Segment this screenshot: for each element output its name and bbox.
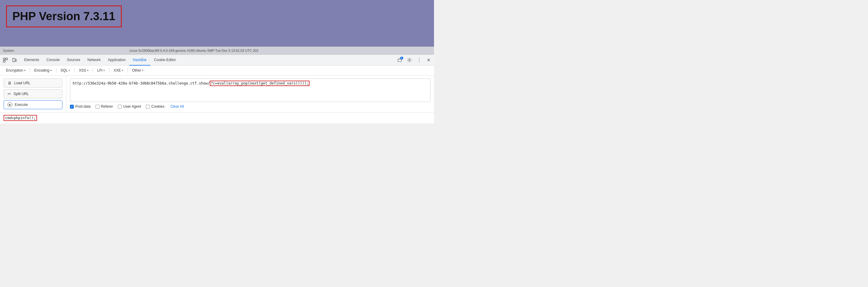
- tab-sources[interactable]: Sources: [63, 55, 84, 66]
- sep6: [127, 68, 128, 73]
- clear-all-button[interactable]: Clear All: [170, 104, 184, 109]
- post-data-checkbox[interactable]: [70, 105, 74, 109]
- lfi-chevron: ▾: [103, 69, 105, 72]
- cmd-highlighted-text: cmd=phpinfo();: [4, 115, 37, 121]
- more-options-icon[interactable]: ⋮: [415, 56, 423, 64]
- page-area: PHP Version 7.3.11: [0, 0, 434, 47]
- other-dropdown[interactable]: Other ▾: [130, 67, 146, 73]
- encryption-dropdown[interactable]: Encryption ▾: [4, 67, 28, 73]
- tab-bar-right: 1 ⋮ ✕: [396, 56, 433, 64]
- bottom-input-area: cmd=phpinfo();: [0, 112, 434, 123]
- lfi-dropdown[interactable]: LFI ▾: [95, 67, 107, 73]
- referer-checkbox[interactable]: [96, 105, 99, 109]
- tab-console[interactable]: Console: [43, 55, 63, 66]
- encryption-chevron: ▾: [24, 69, 26, 72]
- notification-badge: 1: [400, 57, 403, 60]
- hackbar-left-panel: 🖥 Load URL ✂ Split URL ▶ Execute: [0, 75, 66, 112]
- other-chevron: ▾: [142, 69, 144, 72]
- sep5: [109, 68, 110, 73]
- url-highlighted-part: ?c=eval(array_pop(next(get_defined_vars(…: [210, 81, 310, 86]
- checkbox-row: Post data Referer User Agent Cookies Cle…: [70, 104, 430, 109]
- sql-dropdown[interactable]: SQL ▾: [58, 67, 73, 73]
- cookies-checkbox[interactable]: [146, 105, 150, 109]
- url-normal-part: http://536e324a-9b50-420a-b74b-3d68c8475…: [73, 81, 210, 85]
- user-agent-checkbox[interactable]: [118, 105, 122, 109]
- tab-application[interactable]: Application: [104, 55, 129, 66]
- device-toolbar-icon[interactable]: [10, 56, 19, 64]
- load-url-button[interactable]: 🖥 Load URL: [4, 78, 62, 87]
- xxe-dropdown[interactable]: XXE ▾: [111, 67, 126, 73]
- svg-rect-0: [3, 58, 5, 60]
- url-input-area[interactable]: http://536e324a-9b50-420a-b74b-3d68c8475…: [70, 78, 430, 102]
- split-url-icon: ✂: [7, 92, 11, 96]
- tab-cookie-editor[interactable]: Cookie-Editor: [150, 55, 180, 66]
- devtools-panel: Elements Console Sources Network Applica…: [0, 55, 434, 123]
- xss-chevron: ▾: [87, 69, 89, 72]
- partial-row: System Linux 5c2900bac90f 5.4.0-169-gene…: [0, 47, 434, 55]
- page-title-box: PHP Version 7.3.11: [6, 5, 122, 27]
- encoding-chevron: ▾: [50, 69, 52, 72]
- partial-row-left: System: [3, 49, 130, 52]
- execute-icon: ▶: [7, 102, 12, 107]
- svg-rect-3: [13, 58, 15, 62]
- partial-row-right: Linux 5c2900bac90f 5.4.0-169-generic #18…: [130, 49, 431, 52]
- settings-icon[interactable]: [405, 56, 413, 64]
- post-data-checkbox-item[interactable]: Post data: [70, 104, 91, 109]
- encoding-dropdown[interactable]: Encoding ▾: [32, 67, 54, 73]
- bottom-input-display: cmd=phpinfo();: [4, 115, 430, 121]
- sep2: [56, 68, 56, 73]
- cookies-checkbox-item[interactable]: Cookies: [146, 104, 164, 109]
- close-devtools-icon[interactable]: ✕: [424, 56, 433, 64]
- tab-hackbar[interactable]: HackBar: [129, 55, 150, 66]
- hackbar-toolbar: Encryption ▾ Encoding ▾ SQL ▾ XSS ▾ LFI …: [0, 66, 434, 75]
- inspect-element-icon[interactable]: [1, 56, 10, 64]
- sql-chevron: ▾: [69, 69, 70, 72]
- svg-rect-1: [3, 61, 5, 62]
- referer-checkbox-item[interactable]: Referer: [96, 104, 113, 109]
- user-agent-checkbox-item[interactable]: User Agent: [118, 104, 141, 109]
- page-title: PHP Version 7.3.11: [12, 10, 116, 23]
- svg-rect-5: [398, 59, 401, 62]
- sep3: [74, 68, 75, 73]
- xxe-chevron: ▾: [122, 69, 123, 72]
- load-url-icon: 🖥: [7, 81, 12, 85]
- svg-rect-2: [6, 58, 7, 60]
- svg-point-6: [409, 60, 410, 61]
- xss-dropdown[interactable]: XSS ▾: [76, 67, 91, 73]
- tab-elements[interactable]: Elements: [21, 55, 43, 66]
- tab-network[interactable]: Network: [84, 55, 104, 66]
- execute-button[interactable]: ▶ Execute: [4, 100, 62, 109]
- svg-rect-4: [16, 59, 17, 61]
- hackbar-body: 🖥 Load URL ✂ Split URL ▶ Execute http://…: [0, 75, 434, 112]
- tab-bar-icons: [1, 56, 19, 64]
- notifications-icon[interactable]: 1: [396, 56, 404, 64]
- tab-bar: Elements Console Sources Network Applica…: [0, 55, 434, 66]
- split-url-button[interactable]: ✂ Split URL: [4, 89, 62, 98]
- sep4: [93, 68, 93, 73]
- hackbar-right-panel: http://536e324a-9b50-420a-b74b-3d68c8475…: [66, 75, 434, 112]
